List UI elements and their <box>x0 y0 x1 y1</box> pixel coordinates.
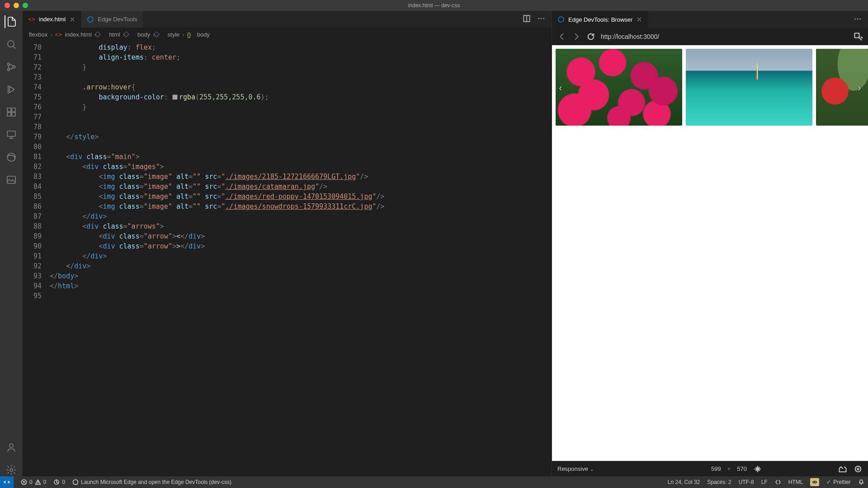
tab-close-icon[interactable] <box>636 16 642 23</box>
code-content[interactable]: display: flex; align-items: center; } .a… <box>50 41 552 476</box>
launch-edge-button[interactable]: Launch Microsoft Edge and open the Edge … <box>72 479 231 485</box>
window-title: index.html — dev-css <box>408 2 460 9</box>
breadcrumb-item[interactable]: style <box>168 31 180 38</box>
tab-label: index.html <box>39 16 66 23</box>
chevron-right-icon: › <box>50 31 52 38</box>
svg-point-20 <box>857 18 859 19</box>
svg-point-27 <box>73 480 78 485</box>
copilot-icon[interactable] <box>810 478 819 486</box>
carousel-next-arrow[interactable]: › <box>854 81 864 95</box>
svg-point-11 <box>9 444 13 447</box>
edge-tools-icon[interactable] <box>5 151 18 164</box>
more-actions-icon[interactable] <box>537 14 545 24</box>
brackets-icon: ⃟ <box>158 31 165 38</box>
svg-point-15 <box>538 18 539 19</box>
tab-edge-devtools[interactable]: Edge DevTools <box>81 11 143 28</box>
svg-point-0 <box>8 41 14 47</box>
viewport-height[interactable]: 570 <box>737 465 747 472</box>
cursor-position[interactable]: Ln 24, Col 32 <box>668 479 700 485</box>
settings-gear-icon[interactable] <box>5 464 18 476</box>
svg-rect-5 <box>12 108 15 112</box>
status-bar: 0 0 0 Launch Microsoft Edge and open the… <box>0 476 868 488</box>
svg-point-16 <box>541 18 542 19</box>
image-tool-icon[interactable] <box>5 174 18 186</box>
notifications-icon[interactable] <box>858 479 864 485</box>
reload-button[interactable] <box>586 32 595 41</box>
zoom-window-button[interactable] <box>23 3 28 8</box>
css-rule-icon: {} <box>187 31 194 38</box>
tab-index-html[interactable]: <> index.html <box>23 11 81 28</box>
viewport-width[interactable]: 599 <box>711 465 721 472</box>
forward-button[interactable] <box>572 32 581 41</box>
carousel-prev-arrow[interactable]: ‹ <box>556 81 566 95</box>
editor-tabs: <> index.html Edge DevTools <box>23 11 552 28</box>
search-icon[interactable] <box>5 38 18 51</box>
svg-point-9 <box>7 153 15 161</box>
browser-pane: Edge DevTools: Browser <box>552 11 868 476</box>
activity-bar <box>0 11 23 476</box>
rotate-icon[interactable] <box>753 465 762 474</box>
minimize-window-button[interactable] <box>14 3 19 8</box>
svg-point-18 <box>558 17 564 22</box>
breadcrumb-item[interactable]: body <box>137 31 150 38</box>
edge-icon <box>87 16 94 23</box>
close-window-button[interactable] <box>5 3 10 8</box>
language-mode-button[interactable]: HTML <box>788 479 803 485</box>
svg-point-13 <box>88 17 93 22</box>
remote-explorer-icon[interactable] <box>5 128 18 141</box>
chevron-right-icon: › <box>153 31 155 38</box>
run-debug-icon[interactable] <box>5 83 18 96</box>
browser-tabs: Edge DevTools: Browser <box>552 11 868 28</box>
source-control-icon[interactable] <box>5 61 18 73</box>
breadcrumb[interactable]: flexbox › <> index.html › ⃟ html › ⃟ bod… <box>23 28 552 41</box>
screenshot-icon[interactable] <box>838 465 847 474</box>
language-mode-icon[interactable] <box>775 479 781 485</box>
extensions-icon[interactable] <box>5 106 18 118</box>
brackets-icon: ⃟ <box>127 31 135 38</box>
back-button[interactable] <box>557 32 566 41</box>
accounts-icon[interactable] <box>5 441 18 454</box>
svg-rect-8 <box>7 131 15 136</box>
image-thumbnail <box>686 49 812 126</box>
tab-close-icon[interactable] <box>69 16 75 23</box>
svg-rect-4 <box>7 108 11 112</box>
breadcrumb-item[interactable]: index.html <box>65 31 92 38</box>
indentation-button[interactable]: Spaces: 2 <box>707 479 731 485</box>
explorer-icon[interactable] <box>5 15 17 28</box>
browser-viewport[interactable]: ‹ › <box>552 45 868 461</box>
svg-rect-10 <box>7 176 15 183</box>
device-toolbar: Responsive ⌄ 599 × 570 <box>552 461 868 476</box>
browser-toolbar <box>552 28 868 45</box>
html-file-icon: <> <box>28 16 35 23</box>
inspect-icon[interactable] <box>854 32 863 41</box>
traffic-lights <box>5 3 28 8</box>
chevron-down-icon: ⌄ <box>590 467 594 472</box>
address-bar[interactable] <box>601 33 848 40</box>
tab-label: Edge DevTools <box>98 16 137 23</box>
line-number-gutter: 7071727374757677787980818283848586878889… <box>23 41 50 476</box>
dimension-separator-icon: × <box>727 465 731 472</box>
more-actions-icon[interactable] <box>854 15 862 24</box>
svg-point-12 <box>10 469 13 471</box>
tab-edge-browser[interactable]: Edge DevTools: Browser <box>552 11 648 28</box>
ports-button[interactable]: 0 <box>53 479 65 485</box>
svg-point-29 <box>815 481 816 483</box>
emulation-settings-icon[interactable] <box>854 465 863 474</box>
prettier-button[interactable]: ✓ Prettier <box>826 479 851 485</box>
breadcrumb-item[interactable]: body <box>197 31 210 38</box>
svg-point-19 <box>854 18 856 19</box>
eol-button[interactable]: LF <box>761 479 768 485</box>
device-select[interactable]: Responsive ⌄ <box>557 465 594 472</box>
svg-rect-7 <box>12 113 15 116</box>
chevron-right-icon: › <box>94 31 96 38</box>
remote-indicator[interactable] <box>0 476 14 488</box>
encoding-button[interactable]: UTF-8 <box>739 479 754 485</box>
macos-titlebar: index.html — dev-css <box>0 0 868 11</box>
breadcrumb-item[interactable]: html <box>109 31 120 38</box>
check-icon: ✓ <box>826 479 831 485</box>
breadcrumb-item[interactable]: flexbox <box>29 31 47 38</box>
split-editor-icon[interactable] <box>523 14 531 24</box>
svg-point-21 <box>859 18 861 19</box>
code-editor[interactable]: 7071727374757677787980818283848586878889… <box>23 41 552 476</box>
problems-button[interactable]: 0 0 <box>21 479 46 485</box>
